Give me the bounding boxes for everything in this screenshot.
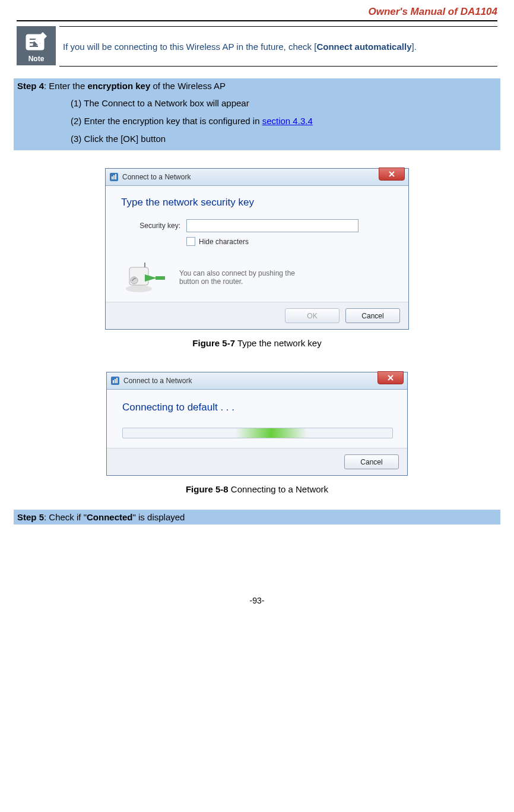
step5-block: Step 5: Check if "Connected" is displaye… xyxy=(14,510,500,525)
close-icon xyxy=(388,375,394,381)
note-icon: Note xyxy=(17,26,56,65)
dialog1-titlebar: Connect to a Network xyxy=(106,169,408,186)
dialog2-titlebar: Connect to a Network xyxy=(107,372,407,390)
wps-hint-text: You can also connect by pushing the butt… xyxy=(179,269,295,286)
window-icon xyxy=(109,172,119,182)
wps-hint-line2: button on the router. xyxy=(179,277,295,286)
running-header: Owner's Manual of DA1104 xyxy=(17,6,497,20)
step5-label: Step 5 xyxy=(17,512,44,522)
step4-item-2: (2) Enter the encryption key that is con… xyxy=(71,112,497,130)
step4-title: Step 4: Enter the encryption key of the … xyxy=(17,81,497,91)
fig1-bold: Figure 5-7 xyxy=(192,338,235,348)
svg-point-14 xyxy=(131,277,138,284)
page-number: -93- xyxy=(17,596,497,605)
close-icon xyxy=(389,171,395,177)
fig2-bold: Figure 5-8 xyxy=(186,484,229,494)
svg-rect-9 xyxy=(115,174,116,179)
figure-5-7-caption: Figure 5-7 Type the network key xyxy=(17,338,497,348)
note-block: Note If you will be connecting to this W… xyxy=(17,26,497,67)
svg-marker-16 xyxy=(145,274,157,282)
hide-characters-label: Hide characters xyxy=(199,238,249,246)
svg-point-12 xyxy=(126,285,152,292)
wps-hint-line1: You can also connect by pushing the xyxy=(179,269,295,277)
router-illustration xyxy=(121,261,167,293)
progress-indicator xyxy=(236,428,307,438)
step4-label: Step 4 xyxy=(17,81,44,91)
dialog1-heading: Type the network security key xyxy=(121,197,393,208)
security-key-label: Security key: xyxy=(121,222,180,230)
cancel-button[interactable]: Cancel xyxy=(345,308,400,323)
hide-characters-row[interactable]: Hide characters xyxy=(186,237,393,246)
window-icon xyxy=(110,376,120,386)
note-text-prefix: If you will be connecting to this Wirele… xyxy=(63,42,316,52)
figure-5-8-caption: Figure 5-8 Connecting to a Network xyxy=(17,484,497,494)
svg-rect-8 xyxy=(113,175,115,179)
close-button[interactable] xyxy=(377,371,404,384)
svg-rect-19 xyxy=(113,380,114,383)
step4-rest1: : Enter the xyxy=(44,81,87,91)
step4-item-1: (1) The Connect to a Network box will ap… xyxy=(71,94,497,112)
svg-rect-21 xyxy=(116,378,118,383)
step5-rest2: " is displayed xyxy=(133,512,185,522)
note-pencil-icon xyxy=(23,30,50,53)
header-rule xyxy=(17,20,497,21)
step4-block: Step 4: Enter the encryption key of the … xyxy=(14,78,500,150)
dialog1-title: Connect to a Network xyxy=(122,173,191,181)
close-button[interactable] xyxy=(379,168,405,181)
note-text-suffix: ]. xyxy=(411,42,416,52)
section-link[interactable]: section 4.3.4 xyxy=(262,116,313,126)
step5-bold2: Connected xyxy=(87,512,133,522)
step4-item-2-text: (2) Enter the encryption key that is con… xyxy=(71,116,262,126)
svg-rect-20 xyxy=(115,379,116,383)
step5-title: Step 5: Check if "Connected" is displaye… xyxy=(17,512,497,522)
svg-rect-17 xyxy=(156,276,165,280)
step4-rest2: of the Wireless AP xyxy=(150,81,226,91)
connecting-dialog: Connect to a Network Connecting to defau… xyxy=(106,372,408,476)
step4-item-3: (3) Click the [OK] button xyxy=(71,130,497,148)
note-text: If you will be connecting to this Wirele… xyxy=(59,26,497,67)
step4-bold2: encryption key xyxy=(87,81,150,91)
ok-button[interactable]: OK xyxy=(285,308,340,323)
fig2-rest: Connecting to a Network xyxy=(229,484,328,494)
svg-rect-7 xyxy=(112,176,113,179)
dialog2-heading: Connecting to default . . . xyxy=(107,390,407,413)
progress-bar xyxy=(122,428,393,438)
note-text-bold: Connect automatically xyxy=(316,42,411,52)
fig1-rest: Type the network key xyxy=(235,338,322,348)
step5-rest1: : Check if " xyxy=(44,512,87,522)
connect-network-dialog: Connect to a Network Type the network se… xyxy=(105,168,409,330)
security-key-input[interactable] xyxy=(186,219,358,232)
dialog2-title: Connect to a Network xyxy=(123,377,192,385)
hide-characters-checkbox[interactable] xyxy=(186,237,195,246)
cancel-button[interactable]: Cancel xyxy=(344,454,399,469)
note-label: Note xyxy=(28,55,45,63)
